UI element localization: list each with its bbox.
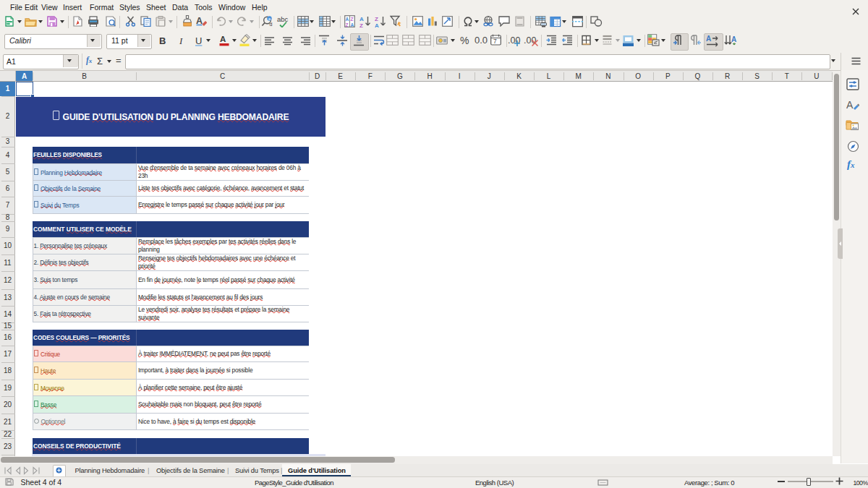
- svg-text:A: A: [375, 22, 379, 28]
- svg-text:Z: Z: [351, 17, 354, 22]
- svg-text:A: A: [706, 35, 711, 43]
- svg-text:Z: Z: [346, 22, 349, 27]
- svg-text:7: 7: [493, 38, 497, 45]
- svg-text:A: A: [731, 35, 736, 43]
- svg-text:A: A: [346, 17, 349, 22]
- svg-text:A: A: [196, 16, 203, 26]
- svg-text:abc: abc: [277, 15, 289, 23]
- svg-text:Z: Z: [359, 22, 363, 28]
- svg-text:A: A: [220, 35, 226, 43]
- svg-text:A: A: [846, 99, 854, 111]
- svg-text:d: d: [270, 22, 273, 27]
- svg-text:A: A: [351, 22, 354, 27]
